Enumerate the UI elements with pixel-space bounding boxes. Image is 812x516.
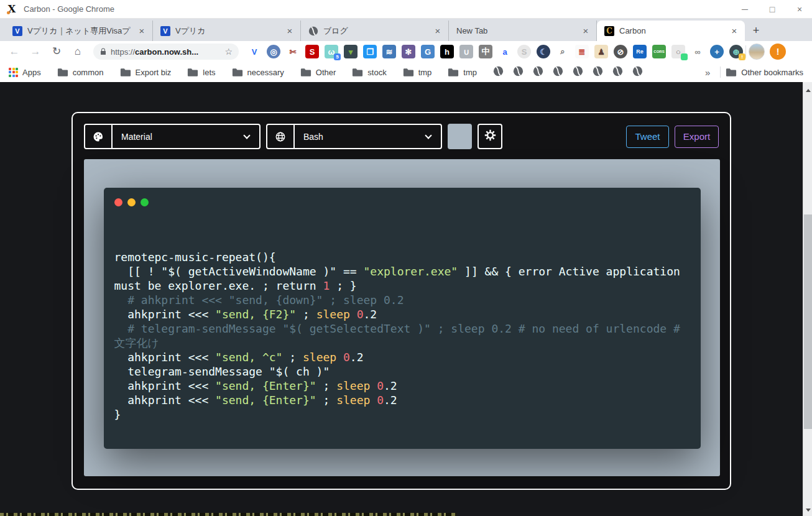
code-line: ahkprint <<< "send, {F2}" ; sleep 0.2 [114, 307, 690, 321]
tab-close-icon[interactable]: × [580, 25, 591, 37]
bookmarks-divider [720, 67, 721, 78]
s-faded-extension-icon[interactable]: S [517, 45, 531, 58]
bookmark-globe[interactable] [573, 66, 583, 78]
folder-icon [120, 68, 131, 77]
re-extension-icon[interactable]: Re [633, 45, 647, 58]
globe-warning-extension-icon[interactable]: ⊕! [729, 45, 743, 58]
bookmark-folder-list: commonExport bizletsnecessaryOtherstockt… [57, 68, 493, 77]
reload-button[interactable]: ↻ [48, 44, 65, 60]
scrollbar-up-button[interactable] [803, 86, 812, 95]
person-hat-extension-icon[interactable]: ♟ [594, 45, 608, 58]
bookmarks-overflow-chevron[interactable]: » [700, 67, 715, 78]
tab-blog[interactable]: ブログ × [301, 21, 449, 41]
clipper-tool-extension-icon[interactable]: ✄ [286, 45, 300, 58]
page-scrollbar[interactable] [803, 82, 812, 516]
bookmark-globe[interactable] [593, 66, 603, 78]
bookmark-folder-common[interactable]: common [57, 68, 104, 77]
tab-vpreca-1[interactable]: V Vプリカ｜ネット専用Visaプ × [5, 21, 153, 41]
close-button[interactable]: × [793, 4, 806, 14]
other-bookmarks-folder[interactable]: Other bookmarks [726, 68, 803, 77]
bookmark-globe[interactable] [493, 66, 504, 78]
browser-window-extension-icon[interactable]: ❐ [363, 45, 377, 58]
dark-moon-extension-icon[interactable]: ☾ [537, 45, 550, 58]
folder-icon [232, 68, 243, 77]
bookmark-star-icon[interactable]: ☆ [224, 47, 233, 57]
molecule-extension-icon[interactable]: ∞ [691, 45, 704, 58]
magnifier-extension-icon[interactable]: ⌕ [556, 45, 570, 58]
chrome-menu-update-button[interactable]: ! [770, 44, 786, 60]
folder-icon [403, 68, 414, 77]
bookmark-folder-necessary[interactable]: necessary [232, 68, 284, 77]
editor-background[interactable]: remotepc-music-repeat(){ [[ ! "$( getAct… [84, 159, 720, 476]
cors-extension-icon[interactable]: CORS [652, 45, 666, 58]
bookmark-globe[interactable] [533, 66, 543, 78]
folder-icon [352, 68, 363, 77]
a-circle-extension-icon[interactable]: a [498, 45, 512, 58]
url-text[interactable]: https://carbon.now.sh... [111, 47, 221, 57]
bookmark-folder-stock[interactable]: stock [352, 68, 386, 77]
naka-kanji-extension-icon[interactable]: 中 [479, 45, 492, 58]
apps-grid-icon [9, 68, 18, 77]
scrollbar-down-button[interactable] [803, 505, 812, 515]
purple-figure-extension-icon[interactable]: ✻ [402, 45, 415, 58]
waves-extension-icon[interactable]: ≋ [382, 45, 396, 58]
tab-close-icon[interactable]: × [432, 25, 443, 37]
mouse-extension-icon[interactable]: ○ [671, 45, 685, 58]
gear-icon [484, 129, 496, 144]
tab-close-icon[interactable]: × [284, 25, 295, 37]
bookmark-globe[interactable] [513, 66, 524, 78]
code-line: ahkprint <<< "send, {Enter}" ; sleep 0.2 [114, 379, 690, 393]
address-bar[interactable]: https://carbon.now.sh... ☆ [93, 44, 239, 60]
new-tab-button[interactable]: + [747, 22, 765, 39]
background-color-swatch[interactable] [448, 124, 472, 149]
chevron-down-icon [243, 132, 250, 139]
close-dot-icon [114, 198, 122, 206]
globe-favicon [308, 26, 318, 36]
tweet-button[interactable]: Tweet [626, 126, 669, 148]
bookmark-globe[interactable] [632, 66, 643, 78]
home-button[interactable]: ⌂ [70, 44, 86, 60]
seo-extension-icon[interactable]: S [305, 45, 319, 58]
bookmark-folder-other[interactable]: Other [300, 68, 336, 77]
bookmark-folder-lets[interactable]: lets [187, 68, 215, 77]
forward-button[interactable]: → [27, 44, 44, 60]
vpreca-extension-icon[interactable]: V [247, 45, 261, 58]
tab-close-icon[interactable]: × [729, 25, 740, 37]
theme-select[interactable]: Material [84, 124, 261, 149]
hatena-extension-icon[interactable]: h [440, 45, 454, 58]
browser-toolbar: ← → ↻ ⌂ https://carbon.now.sh... ☆ V◎✄Sω… [0, 41, 812, 62]
toolbar-divider [745, 45, 746, 58]
maximize-button[interactable]: □ [766, 4, 778, 14]
profile-avatar[interactable] [749, 44, 765, 60]
apps-shortcut[interactable]: Apps [9, 68, 41, 77]
bookmark-globe[interactable] [553, 66, 563, 78]
tab-close-icon[interactable]: × [136, 25, 147, 37]
tab-new-tab[interactable]: New Tab × [449, 21, 597, 41]
screen: X Carbon - Google Chrome ─ □ × V Vプリカ｜ネッ… [0, 0, 812, 516]
code-editor[interactable]: remotepc-music-repeat(){ [[ ! "$( getAct… [104, 250, 701, 422]
wallet-extension-icon[interactable]: ▾ [344, 45, 358, 58]
minimize-button[interactable]: ─ [739, 4, 751, 14]
bookmark-folder-export-biz[interactable]: Export biz [120, 68, 172, 77]
bookmark-folder-tmp[interactable]: tmp [448, 68, 477, 77]
notes-doc-extension-icon[interactable]: ≣ [575, 45, 589, 58]
translate-extension-icon[interactable]: G [421, 45, 435, 58]
settings-button[interactable] [478, 124, 502, 149]
window-title: Carbon - Google Chrome [24, 4, 114, 14]
ssl-lock-icon [99, 47, 107, 56]
gray-face-extension-icon[interactable]: ∪ [459, 45, 473, 58]
language-select[interactable]: Bash [266, 124, 442, 149]
code-line: remotepc-music-repeat(){ [114, 250, 690, 264]
bookmark-globe[interactable] [612, 66, 623, 78]
tab-carbon[interactable]: C Carbon × [597, 21, 745, 41]
tab-vpreca-2[interactable]: V Vプリカ × [153, 21, 301, 41]
scrollbar-thumb[interactable] [804, 214, 812, 429]
back-button[interactable]: ← [6, 44, 22, 60]
cat-counter-extension-icon[interactable]: ω5 [325, 45, 338, 58]
block-extension-icon[interactable]: ⊘ [614, 45, 627, 58]
blue-wheel-extension-icon[interactable]: + [710, 45, 724, 58]
bookmark-folder-tmp[interactable]: tmp [403, 68, 432, 77]
export-button[interactable]: Export [675, 126, 719, 148]
ring-circle-extension-icon[interactable]: ◎ [267, 45, 280, 58]
code-line: [[ ! "$( getActiveWindowName )" == "expl… [114, 264, 690, 293]
